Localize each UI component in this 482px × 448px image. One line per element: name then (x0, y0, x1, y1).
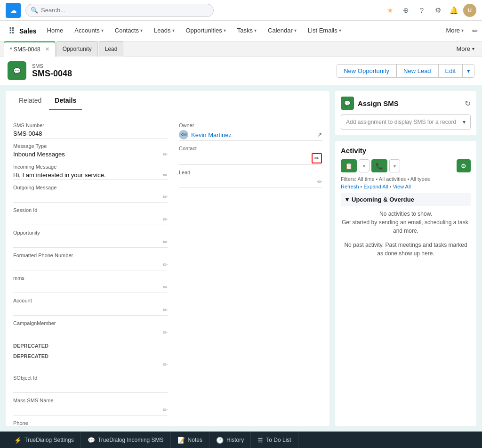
mass-sms-name-label: Mass SMS Name (13, 398, 168, 403)
bottom-truedialog-settings-label: TrueDialog Settings (24, 437, 74, 443)
nav-item-list-emails[interactable]: List Emails ▾ (302, 21, 347, 41)
tab-lead[interactable]: Lead (99, 41, 124, 57)
record-type-icon: 💬 (8, 61, 26, 80)
contact-label: Contact (179, 146, 322, 151)
nav-item-contacts[interactable]: Contacts ▾ (109, 21, 148, 41)
tab-sms-0048[interactable]: * SMS-0048 ✕ (4, 41, 56, 57)
new-opportunity-button[interactable]: New Opportunity (337, 64, 396, 78)
nav-item-tasks[interactable]: Tasks ▾ (232, 21, 262, 41)
nav-bar: ⠿ Sales Home Accounts ▾ Contacts ▾ Leads… (0, 21, 482, 41)
field-lead: Lead ✏ (179, 170, 322, 187)
bottom-truedialog-incoming-sms[interactable]: 💬 TrueDialog Incoming SMS (81, 432, 171, 448)
field-mass-sms-name: Mass SMS Name ✏ (13, 398, 168, 415)
assign-sms-title: Assign SMS (358, 99, 461, 107)
favorites-icon[interactable]: ★ (383, 4, 396, 17)
settings-icon[interactable]: ⚙ (431, 4, 444, 17)
field-mms: mms ✏ (13, 275, 168, 293)
salesforce-logo[interactable]: ☁ (6, 3, 21, 18)
formatted-phone-label: Formatted Phone Number (13, 253, 168, 258)
assign-sms-card: 💬 Assign SMS ↻ Add assignment to display… (335, 91, 476, 135)
field-outgoing-message: Outgoing Message ✏ (13, 185, 168, 203)
deprecated2-value: ✏ (13, 359, 168, 370)
owner-link-icon[interactable]: ↗ (317, 131, 322, 138)
call-activity-button[interactable]: 📞 (371, 159, 387, 172)
formatted-phone-edit-icon[interactable]: ✏ (163, 261, 168, 268)
nav-item-accounts[interactable]: Accounts ▾ (69, 21, 109, 41)
notifications-icon[interactable]: 🔔 (447, 4, 460, 17)
bottom-truedialog-settings[interactable]: ⚡ TrueDialog Settings (8, 432, 81, 448)
activity-settings-button[interactable]: ⚙ (457, 159, 471, 172)
email-activity-button[interactable]: 📋 (341, 159, 357, 172)
left-panel: Related Details SMS Number SMS-0048 Mess… (6, 91, 329, 426)
app-launcher-icon[interactable]: ⠿ (8, 26, 15, 36)
incoming-message-value: Hi, I am interested in your service. ✏ (13, 171, 168, 180)
view-all-link[interactable]: View All (393, 184, 410, 189)
field-sobject-id: SObject Id (13, 375, 168, 393)
user-avatar[interactable]: U (463, 4, 476, 17)
email-caret-button[interactable]: ▾ (359, 159, 370, 172)
no-activities-text: No activities to show.Get started by sen… (341, 210, 471, 235)
sms-number-label: SMS Number (13, 122, 168, 128)
nav-item-home[interactable]: Home (41, 21, 69, 41)
edit-button[interactable]: Edit (438, 64, 463, 78)
outgoing-message-edit-icon[interactable]: ✏ (163, 194, 168, 200)
tab-more[interactable]: More ▾ (452, 45, 478, 52)
activity-settings-icon: ⚙ (461, 163, 466, 170)
upcoming-header[interactable]: ▾ Upcoming & Overdue (341, 193, 471, 206)
help-icon[interactable]: ? (415, 4, 428, 17)
right-panel: 💬 Assign SMS ↻ Add assignment to display… (335, 91, 476, 426)
filter-line: Filters: All time • All activities • All… (341, 176, 471, 182)
session-id-edit-icon[interactable]: ✏ (163, 216, 168, 223)
mass-sms-name-value: ✏ (13, 404, 168, 415)
bottom-truedialog-incoming-sms-label: TrueDialog Incoming SMS (98, 437, 164, 443)
owner-label: Owner (179, 122, 322, 128)
message-type-value: Inbound Messages ✏ (13, 150, 168, 159)
email-activity-icon: 📋 (345, 163, 353, 170)
incoming-message-edit-icon[interactable]: ✏ (163, 172, 168, 179)
sms-number-value: SMS-0048 (13, 129, 168, 138)
assign-dropdown[interactable]: Add assignment to display SMS for a reco… (341, 114, 471, 130)
tab-related[interactable]: Related (13, 91, 47, 110)
lead-edit-icon[interactable]: ✏ (317, 179, 322, 185)
record-name: SMS-0048 (32, 69, 331, 79)
record-type-label: SMS (32, 63, 331, 69)
refresh-link[interactable]: Refresh (341, 184, 359, 189)
account-edit-icon[interactable]: ✏ (163, 307, 168, 313)
nav-item-opportunities[interactable]: Opportunities ▾ (180, 21, 232, 41)
deprecated2-edit-icon[interactable]: ✏ (163, 361, 168, 368)
refresh-icon[interactable]: ↻ (465, 99, 471, 108)
tab-close-icon[interactable]: ✕ (45, 46, 49, 52)
field-account: Account ✏ (13, 298, 168, 316)
mass-sms-name-edit-icon[interactable]: ✏ (163, 407, 168, 413)
nav-item-leads[interactable]: Leads ▾ (148, 21, 180, 41)
new-lead-button[interactable]: New Lead (396, 64, 438, 78)
more-actions-button[interactable]: ▾ (463, 64, 474, 78)
call-caret-button[interactable]: ▾ (389, 159, 400, 172)
bottom-to-do-list[interactable]: ☰ To Do List (251, 432, 298, 448)
contact-edit-icon[interactable]: ✏ (312, 153, 322, 163)
expand-all-link[interactable]: Expand All (364, 184, 388, 189)
owner-name: Kevin Martinez (191, 131, 232, 138)
lead-label: Lead (179, 170, 322, 175)
nav-item-more[interactable]: More ▾ (440, 21, 469, 41)
nav-item-calendar[interactable]: Calendar ▾ (262, 21, 302, 41)
search-icon: 🔍 (31, 7, 38, 14)
search-bar[interactable]: 🔍 (25, 4, 214, 17)
search-input[interactable] (41, 7, 209, 14)
opportunity-edit-icon[interactable]: ✏ (163, 239, 168, 245)
bottom-history[interactable]: 🕐 History (209, 432, 251, 448)
campaign-member-value: ✏ (13, 327, 168, 338)
right-column: Owner KM Kevin Martinez ↗ Contact ✏ (168, 118, 322, 426)
phone-label: Phone (13, 420, 168, 426)
topbar-icon-group: ★ ⊕ ? ⚙ 🔔 U (383, 4, 476, 17)
mms-edit-icon[interactable]: ✏ (163, 284, 168, 291)
tab-details[interactable]: Details (49, 91, 82, 110)
record-actions: New Opportunity New Lead Edit ▾ (337, 64, 474, 78)
edit-nav-icon[interactable]: ✏ (472, 27, 478, 35)
deprecated2-label: DEPRECATED (13, 353, 168, 359)
bottom-notes[interactable]: 📝 Notes (171, 432, 209, 448)
campaign-member-edit-icon[interactable]: ✏ (163, 329, 168, 336)
message-type-edit-icon[interactable]: ✏ (163, 151, 168, 158)
add-icon[interactable]: ⊕ (399, 4, 412, 17)
tab-opportunity[interactable]: Opportunity (56, 41, 98, 57)
